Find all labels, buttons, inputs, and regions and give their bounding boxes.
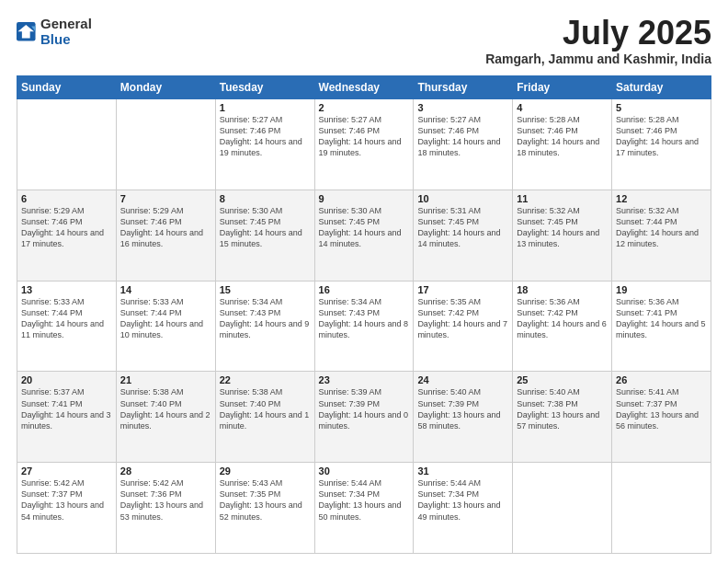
table-row: 23Sunrise: 5:39 AM Sunset: 7:39 PM Dayli… (314, 372, 414, 463)
day-info: Sunrise: 5:37 AM Sunset: 7:41 PM Dayligh… (21, 386, 112, 431)
day-number: 2 (319, 102, 410, 113)
day-info: Sunrise: 5:42 AM Sunset: 7:36 PM Dayligh… (120, 477, 211, 523)
table-row: 24Sunrise: 5:40 AM Sunset: 7:39 PM Dayli… (414, 372, 513, 463)
table-row: 25Sunrise: 5:40 AM Sunset: 7:38 PM Dayli… (513, 372, 612, 463)
month-title: July 2025 (485, 17, 711, 50)
day-info: Sunrise: 5:41 AM Sunset: 7:37 PM Dayligh… (616, 386, 707, 431)
table-row: 17Sunrise: 5:35 AM Sunset: 7:42 PM Dayli… (414, 281, 513, 372)
table-row: 4Sunrise: 5:28 AM Sunset: 7:46 PM Daylig… (513, 99, 612, 190)
table-row: 22Sunrise: 5:38 AM Sunset: 7:40 PM Dayli… (215, 372, 314, 463)
day-info: Sunrise: 5:36 AM Sunset: 7:42 PM Dayligh… (517, 296, 608, 341)
day-info: Sunrise: 5:34 AM Sunset: 7:43 PM Dayligh… (220, 296, 311, 341)
col-wednesday: Wednesday (314, 76, 414, 99)
table-row: 11Sunrise: 5:32 AM Sunset: 7:45 PM Dayli… (513, 190, 612, 281)
table-row: 8Sunrise: 5:30 AM Sunset: 7:45 PM Daylig… (215, 190, 314, 281)
col-sunday: Sunday (17, 76, 117, 99)
day-info: Sunrise: 5:29 AM Sunset: 7:46 PM Dayligh… (120, 205, 211, 250)
day-number: 21 (120, 374, 211, 385)
table-row: 15Sunrise: 5:34 AM Sunset: 7:43 PM Dayli… (215, 281, 314, 372)
table-row: 3Sunrise: 5:27 AM Sunset: 7:46 PM Daylig… (414, 99, 513, 190)
day-info: Sunrise: 5:33 AM Sunset: 7:44 PM Dayligh… (21, 296, 112, 341)
table-row: 19Sunrise: 5:36 AM Sunset: 7:41 PM Dayli… (612, 281, 711, 372)
day-info: Sunrise: 5:44 AM Sunset: 7:34 PM Dayligh… (417, 477, 508, 523)
day-number: 26 (616, 374, 707, 385)
day-info: Sunrise: 5:38 AM Sunset: 7:40 PM Dayligh… (120, 386, 211, 431)
logo-blue: Blue (40, 32, 92, 48)
day-number: 4 (517, 102, 608, 113)
table-row: 7Sunrise: 5:29 AM Sunset: 7:46 PM Daylig… (116, 190, 215, 281)
day-info: Sunrise: 5:42 AM Sunset: 7:37 PM Dayligh… (21, 477, 112, 523)
col-saturday: Saturday (612, 76, 711, 99)
table-row: 9Sunrise: 5:30 AM Sunset: 7:45 PM Daylig… (314, 190, 414, 281)
day-info: Sunrise: 5:44 AM Sunset: 7:34 PM Dayligh… (319, 477, 410, 523)
day-info: Sunrise: 5:27 AM Sunset: 7:46 PM Dayligh… (417, 114, 508, 159)
day-number: 13 (21, 284, 112, 295)
day-number: 27 (21, 465, 112, 477)
table-row: 10Sunrise: 5:31 AM Sunset: 7:45 PM Dayli… (414, 190, 513, 281)
day-info: Sunrise: 5:32 AM Sunset: 7:45 PM Dayligh… (517, 205, 608, 250)
calendar-week-row: 20Sunrise: 5:37 AM Sunset: 7:41 PM Dayli… (17, 372, 711, 463)
day-info: Sunrise: 5:27 AM Sunset: 7:46 PM Dayligh… (220, 114, 311, 159)
calendar-week-row: 13Sunrise: 5:33 AM Sunset: 7:44 PM Dayli… (17, 281, 711, 372)
day-info: Sunrise: 5:35 AM Sunset: 7:42 PM Dayligh… (417, 296, 508, 341)
day-info: Sunrise: 5:30 AM Sunset: 7:45 PM Dayligh… (220, 205, 311, 250)
calendar-header-row: Sunday Monday Tuesday Wednesday Thursday… (17, 76, 711, 99)
table-row: 21Sunrise: 5:38 AM Sunset: 7:40 PM Dayli… (116, 372, 215, 463)
table-row: 28Sunrise: 5:42 AM Sunset: 7:36 PM Dayli… (116, 463, 215, 554)
day-number: 14 (120, 284, 211, 295)
day-info: Sunrise: 5:43 AM Sunset: 7:35 PM Dayligh… (220, 477, 311, 523)
table-row (513, 463, 612, 554)
day-info: Sunrise: 5:29 AM Sunset: 7:46 PM Dayligh… (21, 205, 112, 250)
table-row: 12Sunrise: 5:32 AM Sunset: 7:44 PM Dayli… (612, 190, 711, 281)
day-number: 31 (417, 465, 508, 477)
title-block: July 2025 Ramgarh, Jammu and Kashmir, In… (485, 17, 711, 66)
table-row (612, 463, 711, 554)
day-info: Sunrise: 5:34 AM Sunset: 7:43 PM Dayligh… (319, 296, 410, 341)
day-info: Sunrise: 5:38 AM Sunset: 7:40 PM Dayligh… (220, 386, 311, 431)
day-info: Sunrise: 5:36 AM Sunset: 7:41 PM Dayligh… (616, 296, 707, 341)
day-number: 16 (319, 284, 410, 295)
table-row: 30Sunrise: 5:44 AM Sunset: 7:34 PM Dayli… (314, 463, 414, 554)
day-info: Sunrise: 5:40 AM Sunset: 7:39 PM Dayligh… (417, 386, 508, 431)
col-monday: Monday (116, 76, 215, 99)
calendar-table: Sunday Monday Tuesday Wednesday Thursday… (17, 75, 711, 554)
day-info: Sunrise: 5:40 AM Sunset: 7:38 PM Dayligh… (517, 386, 608, 431)
day-number: 30 (319, 465, 410, 477)
table-row: 27Sunrise: 5:42 AM Sunset: 7:37 PM Dayli… (17, 463, 117, 554)
logo: General Blue (17, 17, 92, 47)
table-row: 5Sunrise: 5:28 AM Sunset: 7:46 PM Daylig… (612, 99, 711, 190)
table-row (17, 99, 117, 190)
day-number: 18 (517, 284, 608, 295)
table-row: 29Sunrise: 5:43 AM Sunset: 7:35 PM Dayli… (215, 463, 314, 554)
day-number: 3 (417, 102, 508, 113)
day-number: 8 (220, 193, 311, 204)
day-info: Sunrise: 5:30 AM Sunset: 7:45 PM Dayligh… (319, 205, 410, 250)
day-number: 24 (417, 374, 508, 385)
logo-icon (17, 22, 37, 42)
day-number: 11 (517, 193, 608, 204)
day-number: 1 (220, 102, 311, 113)
col-friday: Friday (513, 76, 612, 99)
day-info: Sunrise: 5:31 AM Sunset: 7:45 PM Dayligh… (417, 205, 508, 250)
day-number: 28 (120, 465, 211, 477)
location-subtitle: Ramgarh, Jammu and Kashmir, India (485, 52, 711, 66)
day-number: 12 (616, 193, 707, 204)
calendar-week-row: 1Sunrise: 5:27 AM Sunset: 7:46 PM Daylig… (17, 99, 711, 190)
day-number: 22 (220, 374, 311, 385)
table-row: 6Sunrise: 5:29 AM Sunset: 7:46 PM Daylig… (17, 190, 117, 281)
table-row: 20Sunrise: 5:37 AM Sunset: 7:41 PM Dayli… (17, 372, 117, 463)
page-header: General Blue July 2025 Ramgarh, Jammu an… (17, 17, 711, 66)
table-row: 14Sunrise: 5:33 AM Sunset: 7:44 PM Dayli… (116, 281, 215, 372)
day-number: 17 (417, 284, 508, 295)
logo-general: General (40, 17, 92, 32)
day-info: Sunrise: 5:28 AM Sunset: 7:46 PM Dayligh… (616, 114, 707, 159)
table-row: 18Sunrise: 5:36 AM Sunset: 7:42 PM Dayli… (513, 281, 612, 372)
day-number: 20 (21, 374, 112, 385)
table-row: 16Sunrise: 5:34 AM Sunset: 7:43 PM Dayli… (314, 281, 414, 372)
table-row: 1Sunrise: 5:27 AM Sunset: 7:46 PM Daylig… (215, 99, 314, 190)
col-tuesday: Tuesday (215, 76, 314, 99)
calendar-week-row: 27Sunrise: 5:42 AM Sunset: 7:37 PM Dayli… (17, 463, 711, 554)
day-number: 23 (319, 374, 410, 385)
day-info: Sunrise: 5:33 AM Sunset: 7:44 PM Dayligh… (120, 296, 211, 341)
table-row: 26Sunrise: 5:41 AM Sunset: 7:37 PM Dayli… (612, 372, 711, 463)
